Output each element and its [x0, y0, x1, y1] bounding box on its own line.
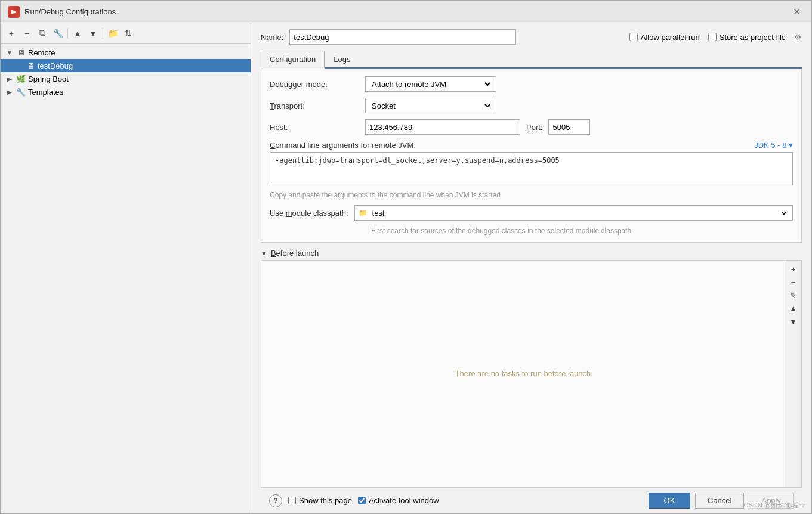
before-launch-content: There are no tasks to run before launch … — [261, 260, 802, 487]
host-input[interactable] — [365, 119, 520, 135]
add-config-button[interactable]: + — [4, 26, 18, 41]
config-panel: Debugger mode: Attach to remote JVM List… — [261, 69, 802, 243]
module-select[interactable]: 📁 test — [354, 205, 793, 221]
springboot-icon: 🌿 — [16, 74, 26, 83]
before-launch-title: Before launch — [271, 249, 319, 258]
remove-config-button[interactable]: − — [20, 26, 34, 41]
tab-configuration[interactable]: Configuration — [261, 51, 325, 69]
remote-label: Remote — [28, 48, 55, 57]
templates-label: Templates — [28, 88, 63, 97]
name-options: Allow parallel run Store as project file… — [629, 32, 802, 42]
folder-button[interactable]: 📁 — [106, 26, 120, 41]
name-input[interactable] — [289, 29, 516, 45]
before-launch-empty: There are no tasks to run before launch — [261, 261, 785, 487]
debugger-mode-label: Debugger mode: — [270, 80, 359, 89]
jdk-link[interactable]: JDK 5 - 8 ▾ — [754, 141, 793, 150]
host-port-form-row: Host: Port: — [270, 119, 793, 135]
testdebug-icon: 🖥 — [26, 61, 35, 70]
show-page-checkbox[interactable] — [288, 497, 296, 504]
activate-row[interactable]: Activate tool window — [358, 496, 439, 505]
cmd-textarea[interactable]: -agentlib:jdwp=transport=dt_socket,serve… — [270, 152, 793, 185]
remote-arrow: ▼ — [5, 48, 14, 57]
run-debug-dialog: ▶ Run/Debug Configurations ✕ + − ⧉ 🔧 — [0, 0, 812, 514]
remote-icon: 🖥 — [16, 48, 26, 57]
module-row: Use module classpath: 📁 test — [270, 205, 793, 221]
before-launch-collapse[interactable]: ▼ — [261, 250, 267, 257]
sidebar-tree: ▼ 🖥 Remote 🖥 testDebug ▶ 🌿 Spring Boot — [1, 44, 251, 513]
springboot-arrow: ▶ — [5, 75, 14, 83]
move-down-button[interactable]: ▼ — [86, 26, 100, 41]
before-launch-sidebar: + − ✎ ▲ ▼ — [785, 261, 801, 487]
allow-parallel-label: Allow parallel run — [641, 33, 700, 42]
transport-dropdown[interactable]: Socket Shared memory — [369, 101, 492, 111]
copy-config-button[interactable]: ⧉ — [35, 26, 50, 41]
name-label: Name: — [261, 33, 283, 42]
before-launch-add[interactable]: + — [788, 263, 799, 275]
module-label: Use module classpath: — [270, 209, 348, 218]
app-icon: ▶ — [8, 6, 20, 18]
store-project-checkbox[interactable] — [708, 33, 717, 41]
settings-gear-icon[interactable]: ⚙ — [794, 32, 802, 42]
port-input[interactable] — [548, 119, 590, 135]
title-bar-left: ▶ Run/Debug Configurations — [8, 6, 116, 18]
sidebar: + − ⧉ 🔧 ▲ ▼ � — [1, 23, 251, 513]
tree-item-springboot[interactable]: ▶ 🌿 Spring Boot — [1, 72, 251, 85]
transport-row: Transport: Socket Shared memory — [270, 98, 793, 113]
debugger-mode-select[interactable]: Attach to remote JVM Listen to remote JV… — [365, 76, 496, 92]
allow-parallel-checkbox[interactable] — [629, 33, 638, 41]
host-port-row: Port: — [365, 119, 590, 135]
before-launch-remove[interactable]: − — [788, 276, 799, 288]
cmd-header: Command line arguments for remote JVM: J… — [270, 141, 793, 150]
move-up-button[interactable]: ▲ — [70, 26, 85, 41]
cmd-hint: Copy and paste the arguments to the comm… — [270, 191, 793, 199]
testdebug-arrow — [15, 61, 23, 70]
debugger-mode-row: Debugger mode: Attach to remote JVM List… — [270, 76, 793, 92]
springboot-label: Spring Boot — [28, 75, 69, 83]
close-button[interactable]: ✕ — [789, 6, 804, 18]
tab-logs[interactable]: Logs — [325, 51, 359, 69]
bottom-bar: ? Show this page Activate tool window OK… — [261, 487, 802, 513]
dialog-title: Run/Debug Configurations — [24, 7, 116, 16]
activate-label: Activate tool window — [369, 496, 439, 505]
cmd-label: Command line arguments for remote JVM: — [270, 141, 416, 150]
toolbar-sep-2 — [103, 28, 103, 39]
bottom-right: OK Cancel Apply — [649, 493, 794, 509]
bottom-left: ? Show this page Activate tool window — [269, 494, 439, 507]
tree-item-testdebug[interactable]: 🖥 testDebug — [1, 59, 251, 72]
debugger-mode-dropdown[interactable]: Attach to remote JVM Listen to remote JV… — [369, 79, 492, 89]
settings-config-button[interactable]: 🔧 — [51, 26, 65, 41]
name-row: Name: Allow parallel run Store as projec… — [261, 29, 802, 45]
show-page-label: Show this page — [299, 496, 352, 505]
tree-item-remote[interactable]: ▼ 🖥 Remote — [1, 46, 251, 59]
help-button[interactable]: ? — [269, 494, 282, 507]
before-launch-section: ▼ Before launch There are no tasks to ru… — [261, 249, 802, 487]
before-launch-down[interactable]: ▼ — [788, 315, 799, 327]
apply-button[interactable]: Apply — [749, 493, 794, 509]
before-launch-up[interactable]: ▲ — [788, 302, 799, 314]
activate-checkbox[interactable] — [358, 497, 366, 504]
host-label: Host: — [270, 123, 359, 132]
main-panel: Name: Allow parallel run Store as projec… — [251, 23, 811, 513]
title-bar: ▶ Run/Debug Configurations ✕ — [1, 1, 811, 23]
ok-button[interactable]: OK — [649, 493, 690, 509]
allow-parallel-row[interactable]: Allow parallel run — [629, 33, 700, 42]
templates-arrow: ▶ — [5, 88, 14, 96]
dialog-body: + − ⧉ 🔧 ▲ ▼ � — [1, 23, 811, 513]
transport-label: Transport: — [270, 101, 359, 110]
tree-item-templates[interactable]: ▶ 🔧 Templates — [1, 85, 251, 98]
toolbar-sep-1 — [67, 28, 68, 39]
module-hint: First search for sources of the debugged… — [270, 227, 793, 235]
store-project-row[interactable]: Store as project file — [708, 33, 786, 42]
port-label: Port: — [526, 123, 542, 132]
cancel-button[interactable]: Cancel — [695, 493, 744, 509]
testdebug-label: testDebug — [38, 61, 73, 70]
module-dropdown[interactable]: test — [370, 208, 789, 218]
sort-button[interactable]: ⇅ — [121, 26, 135, 41]
cmd-section: Command line arguments for remote JVM: J… — [270, 141, 793, 199]
show-page-row[interactable]: Show this page — [288, 496, 352, 505]
before-launch-edit[interactable]: ✎ — [788, 289, 799, 301]
transport-select[interactable]: Socket Shared memory — [365, 98, 496, 113]
sidebar-toolbar: + − ⧉ 🔧 ▲ ▼ � — [1, 23, 251, 44]
tabs-row: Configuration Logs — [261, 51, 802, 69]
store-project-label: Store as project file — [720, 33, 786, 42]
